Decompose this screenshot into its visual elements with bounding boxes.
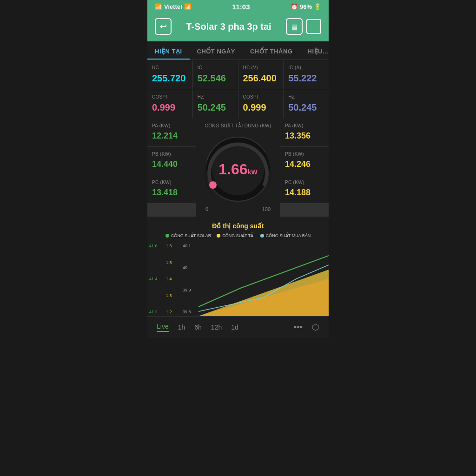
expand-icon[interactable]: [306, 19, 321, 34]
gauge-section: CÔNG SUẤT TẢI DÙNG (KW): [196, 119, 280, 217]
back-button[interactable]: ↩: [155, 18, 172, 35]
metric-cospi1: COSPI 0.999: [147, 90, 192, 119]
gauge-min: 0: [205, 206, 208, 212]
wifi-icon: 📶: [184, 3, 192, 10]
back-icon: ↩: [160, 21, 167, 32]
status-left: 📶 Viettel 📶: [155, 3, 192, 10]
legend-tai: CÔNG SUẤT TẢI: [217, 233, 255, 238]
time-btn-1h[interactable]: 1h: [178, 324, 185, 331]
time-btn-6h[interactable]: 6h: [194, 324, 202, 331]
legend-mua-ban-label: CÔNG SUẤT MUA BÁN: [266, 233, 311, 238]
metric-ic-value: 52.546: [198, 73, 233, 84]
metric-ica-value: 55.222: [288, 73, 324, 84]
svg-point-3: [209, 181, 217, 189]
tab-chot-ngay[interactable]: CHỐT NGÀY: [190, 41, 243, 60]
time-btn-live[interactable]: Live: [157, 323, 169, 332]
time-btn-12h[interactable]: 12h: [211, 324, 222, 331]
metric-ucv-label: UC (V): [243, 65, 279, 70]
right-metrics: PA (KW) 13.356 PB (KW) 14.246 PC (KW) 14…: [280, 119, 329, 217]
chart-legend: CÔNG SUẤT SOLAR CÔNG SUẤT TẢI CÔNG SUẤT …: [147, 233, 329, 238]
metric-pc-left: PC (KW) 13.418: [147, 175, 196, 203]
time-btn-1d[interactable]: 1d: [231, 324, 238, 331]
share-icon[interactable]: ⬡: [312, 322, 319, 332]
left-metrics: PA (KW) 12.214 PB (KW) 14.440 PC (KW) 13…: [147, 119, 196, 217]
alarm-icon: ⏰: [291, 3, 298, 10]
bottom-bar: Live 1h 6h 12h 1d ••• ⬡: [147, 316, 329, 338]
legend-solar-label: CÔNG SUẤT SOLAR: [171, 233, 211, 238]
chart-svg: [147, 242, 329, 316]
metric-ica: IC (A) 55.222: [284, 60, 329, 89]
app-header: ↩ T-Solar 3 pha 3p tai ▦: [147, 13, 329, 41]
metric-pa-left: PA (KW) 12.214: [147, 119, 196, 146]
battery-icon: 🔋: [314, 3, 321, 10]
carrier-label: Viettel: [164, 3, 182, 10]
legend-tai-dot: [217, 234, 220, 238]
status-bar: 📶 Viettel 📶 11:03 ⏰ 96% 🔋: [147, 0, 329, 13]
legend-solar-dot: [165, 234, 169, 238]
metric-pb-right: PB (KW) 14.246: [280, 147, 329, 175]
gauge-unit: kW: [248, 168, 258, 176]
metric-hz1: HZ 50.245: [193, 90, 238, 119]
gauge-max: 100: [262, 206, 271, 212]
metric-uc: UC 255.720: [147, 60, 192, 89]
chart-title: Đồ thị công suất: [147, 222, 329, 230]
tab-hieu[interactable]: HIỆU...: [300, 41, 329, 60]
gauge-label: CÔNG SUẤT TẢI DÙNG (KW): [205, 123, 271, 128]
gauge: 1.66kW: [201, 132, 275, 206]
metric-ic: IC 52.546: [193, 60, 238, 89]
legend-mua-ban-dot: [260, 234, 264, 238]
signal-icon: 📶: [155, 3, 162, 10]
metric-pb-left: PB (KW) 14.440: [147, 147, 196, 175]
metric-cospi2: COSPI 0.999: [238, 90, 284, 119]
legend-tai-label: CÔNG SUẤT TẢI: [222, 233, 255, 238]
metric-pc-right: PC (KW) 14.188: [280, 175, 329, 203]
gauge-number: 1.66: [218, 161, 247, 178]
status-right: ⏰ 96% 🔋: [291, 3, 321, 10]
metric-ica-label: IC (A): [288, 65, 324, 70]
middle-section: PA (KW) 12.214 PB (KW) 14.440 PC (KW) 13…: [147, 119, 329, 217]
legend-solar: CÔNG SUẤT SOLAR: [165, 233, 211, 238]
metric-ic-label: IC: [198, 65, 233, 70]
metric-ucv-value: 256.400: [243, 73, 279, 84]
more-options-button[interactable]: •••: [294, 323, 303, 332]
metric-ucv: UC (V) 256.400: [238, 60, 284, 89]
device-icon[interactable]: ▦: [286, 18, 303, 35]
metric-uc-label: UC: [152, 65, 188, 70]
metrics-row-2: COSPI 0.999 HZ 50.245 COSPI 0.999 HZ 50.…: [147, 90, 329, 119]
metrics-row-1: UC 255.720 IC 52.546 UC (V) 256.400 IC (…: [147, 60, 329, 89]
metric-hz2: HZ 50.245: [284, 90, 329, 119]
legend-mua-ban: CÔNG SUẤT MUA BÁN: [260, 233, 311, 238]
gauge-range-labels: 0 100: [201, 206, 275, 212]
chart-section: Đồ thị công suất CÔNG SUẤT SOLAR CÔNG SU…: [147, 217, 329, 316]
device-symbol: ▦: [291, 23, 298, 30]
tab-bar: HIỆN TẠI CHỐT NGÀY CHỐT THÁNG HIỆU...: [147, 41, 329, 60]
chart-area: 41.6 41.4 41.2 1.6 1.5 1.4 1.3 1.2 40.1 …: [147, 242, 329, 316]
clock: 11:03: [232, 3, 250, 11]
tab-hien-tai[interactable]: HIỆN TẠI: [147, 41, 190, 60]
gauge-value-container: 1.66kW: [218, 161, 257, 178]
metric-uc-value: 255.720: [152, 73, 188, 84]
page-title: T-Solar 3 pha 3p tai: [172, 21, 286, 32]
metric-pa-right: PA (KW) 13.356: [280, 119, 329, 146]
tab-chot-thang[interactable]: CHỐT THÁNG: [243, 41, 300, 60]
battery-label: 96%: [300, 3, 312, 10]
